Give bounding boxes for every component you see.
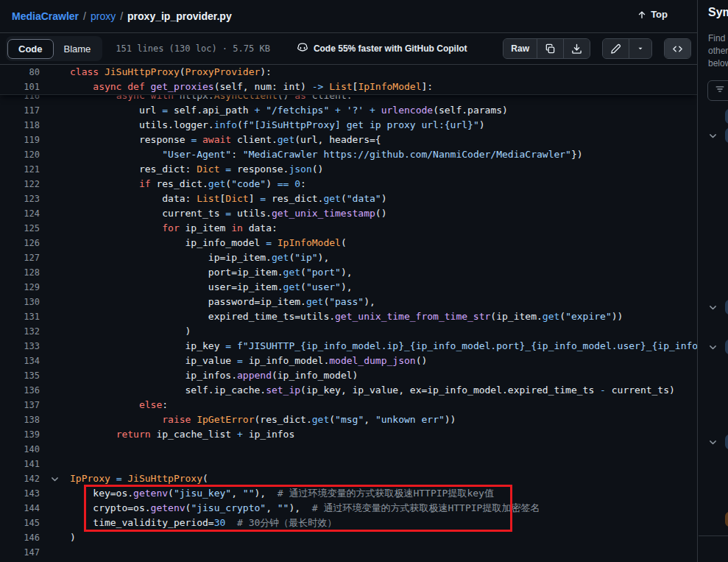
code-line: 143 key=os.getenv("jisu_key", ""), # 通过环… <box>0 486 697 501</box>
line-number[interactable]: 146 <box>0 530 46 545</box>
symbols-tree-item[interactable] <box>699 433 728 451</box>
code-text[interactable]: crypto=os.getenv("jisu_crypto", ""), # 通… <box>46 501 697 516</box>
symbols-panel-description: Find definitions and references for func… <box>708 32 728 70</box>
symbols-tree-item[interactable] <box>699 127 728 144</box>
code-text[interactable]: key=os.getenv("jisu_key", ""), # 通过环境变量的… <box>46 486 697 501</box>
code-text[interactable] <box>46 545 697 560</box>
copy-icon <box>545 43 556 55</box>
line-number[interactable]: 144 <box>0 501 46 516</box>
line-number[interactable]: 117 <box>0 103 46 118</box>
symbols-filter-input[interactable] <box>707 80 728 101</box>
line-number[interactable]: 126 <box>0 236 46 250</box>
code-text[interactable]: ) <box>46 324 697 339</box>
line-number[interactable]: 136 <box>0 383 46 398</box>
code-text[interactable]: ) <box>46 530 697 545</box>
code-text[interactable]: ip_infos.append(ip_info_model) <box>46 368 697 383</box>
code-text[interactable]: ip_value = ip_info_model.model_dump_json… <box>46 354 697 368</box>
code-line: 118 utils.logger.info(f"[JiSuHttpProxy] … <box>0 118 697 133</box>
code-text[interactable]: if res_dict.get("code") == 0: <box>46 177 697 192</box>
code-text[interactable]: utils.logger.info(f"[JiSuHttpProxy] get … <box>46 118 697 133</box>
line-number[interactable]: 137 <box>0 398 46 412</box>
line-number[interactable]: 122 <box>0 177 46 192</box>
code-text[interactable]: self.ip_cache.set_ip(ip_key, ip_value, e… <box>46 383 697 398</box>
chevron-down-icon[interactable] <box>708 342 718 351</box>
line-number[interactable]: 139 <box>0 427 46 442</box>
code-text[interactable]: "User-Agent": "MediaCrawler https://gith… <box>46 147 697 162</box>
line-number[interactable]: 132 <box>0 324 46 339</box>
code-text[interactable]: async def get_proxies(self, num: int) ->… <box>46 80 697 94</box>
line-number[interactable]: 118 <box>0 118 46 133</box>
line-number[interactable]: 129 <box>0 280 46 295</box>
download-button[interactable] <box>563 39 590 58</box>
copy-button[interactable] <box>537 39 563 58</box>
line-number[interactable]: 131 <box>0 309 46 324</box>
code-text[interactable] <box>46 457 697 471</box>
line-number[interactable]: 124 <box>0 206 46 221</box>
line-number[interactable]: 101 <box>0 80 46 94</box>
raw-button[interactable]: Raw <box>503 39 537 58</box>
edit-dropdown-button[interactable] <box>629 39 651 58</box>
code-text[interactable]: data: List[Dict] = res_dict.get("data") <box>46 192 697 206</box>
code-line: 101 async def get_proxies(self, num: int… <box>0 80 697 94</box>
code-text[interactable]: user=ip_item.get("user"), <box>46 280 697 295</box>
code-text[interactable]: current_ts = utils.get_unix_timestamp() <box>46 206 697 221</box>
line-number[interactable]: 134 <box>0 354 46 368</box>
breadcrumb-repo-link[interactable]: MediaCrawler <box>12 10 79 22</box>
line-number[interactable]: 127 <box>0 250 46 265</box>
code-text[interactable]: port=ip_item.get("port"), <box>46 265 697 280</box>
symbols-toggle-button[interactable] <box>665 39 690 58</box>
chevron-down-icon[interactable] <box>708 437 718 446</box>
line-number[interactable]: 147 <box>0 545 46 560</box>
code-text[interactable]: ip=ip_item.get("ip"), <box>46 250 697 265</box>
code-line: 122 if res_dict.get("code") == 0: <box>0 177 697 192</box>
line-number[interactable]: 145 <box>0 516 46 530</box>
edit-button[interactable] <box>603 39 629 58</box>
line-number[interactable]: 142 <box>0 471 46 486</box>
code-text[interactable]: url = self.api_path + "/fetchips" + '?' … <box>46 103 697 118</box>
code-text[interactable]: ip_info_model = IpInfoModel( <box>46 236 697 250</box>
code-text[interactable]: expired_time_ts=utils.get_unix_time_from… <box>46 309 697 324</box>
chevron-down-icon[interactable] <box>708 130 718 140</box>
line-number[interactable]: 143 <box>0 486 46 501</box>
code-line: 141 <box>0 457 697 471</box>
code-text[interactable]: ip_key = f"JISUHTTP_{ip_info_model.ip}_{… <box>46 339 697 354</box>
code-line: 119 response = await client.get(url, hea… <box>0 133 697 147</box>
line-number[interactable]: 138 <box>0 412 46 427</box>
code-text[interactable]: return ip_cache_list + ip_infos <box>46 427 697 442</box>
back-to-top-link[interactable]: Top <box>637 9 668 20</box>
symbols-tree-item[interactable] <box>699 108 728 125</box>
code-text[interactable]: else: <box>46 398 697 412</box>
line-number[interactable]: 128 <box>0 265 46 280</box>
line-number[interactable]: 125 <box>0 221 46 236</box>
line-number[interactable]: 141 <box>0 457 46 471</box>
chevron-down-icon[interactable] <box>708 302 718 312</box>
symbols-tree-item[interactable] <box>699 338 728 356</box>
line-number[interactable]: 135 <box>0 368 46 383</box>
code-text[interactable]: for ip_item in data: <box>46 221 697 236</box>
code-line: 144 crypto=os.getenv("jisu_crypto", ""),… <box>0 501 697 516</box>
code-text[interactable]: time_validity_period=30 # 30分钟（最长时效） <box>46 516 697 530</box>
code-text[interactable]: response = await client.get(url, headers… <box>46 133 697 147</box>
line-number[interactable]: 123 <box>0 192 46 206</box>
collapse-chevron-icon[interactable] <box>50 474 60 484</box>
code-text[interactable]: IpProxy = JiSuHttpProxy( <box>46 471 697 486</box>
line-number[interactable]: 130 <box>0 295 46 309</box>
line-number[interactable]: 120 <box>0 147 46 162</box>
line-number[interactable]: 119 <box>0 133 46 147</box>
code-text[interactable]: class JiSuHttpProxy(ProxyProvider): <box>46 65 697 80</box>
line-number[interactable]: 133 <box>0 339 46 354</box>
line-number[interactable]: 121 <box>0 162 46 177</box>
code-text[interactable]: raise IpGetError(res_dict.get("msg", "un… <box>46 412 697 427</box>
line-number[interactable]: 140 <box>0 442 46 457</box>
tab-code[interactable]: Code <box>7 39 54 59</box>
line-number[interactable]: 80 <box>0 65 46 80</box>
code-text[interactable]: res_dict: Dict = response.json() <box>46 162 697 177</box>
tab-blame[interactable]: Blame <box>54 40 102 58</box>
code-text[interactable]: password=ip_item.get("pass"), <box>46 295 697 309</box>
copilot-banner: Code 55% faster with GitHub Copilot <box>297 42 467 56</box>
code-text[interactable] <box>46 442 697 457</box>
breadcrumb-folder-link[interactable]: proxy <box>91 10 116 22</box>
symbols-tree-item[interactable] <box>699 298 728 316</box>
symbols-tree-item[interactable] <box>699 510 728 528</box>
code-editor: 116 async with httpx.AsyncClient() as cl… <box>0 65 697 562</box>
